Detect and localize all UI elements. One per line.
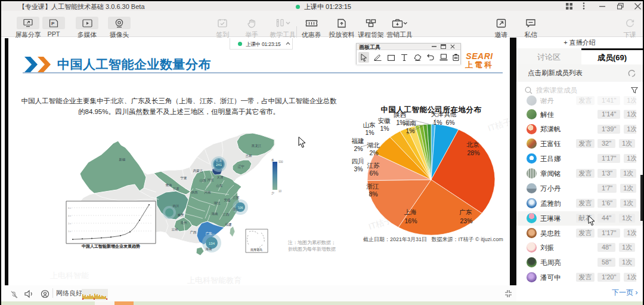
svg-text:湖南: 湖南 (404, 119, 417, 127)
svg-text:2万: 2万 (68, 223, 72, 225)
svg-text:新疆: 新疆 (119, 158, 126, 161)
svg-text:天津: 天津 (431, 110, 444, 118)
svg-text:23%: 23% (460, 217, 472, 224)
svg-text:贵州: 贵州 (181, 221, 188, 224)
svg-text:海南: 海南 (206, 247, 213, 251)
svg-text:4万: 4万 (68, 215, 72, 217)
svg-text:截止日期：2021年3月31日 数据来源：IT桔子 ©: 截止日期：2021年3月31日 数据来源：IT桔子 © itjuzi.com (363, 236, 503, 242)
svg-text:宁夏: 宁夏 (181, 176, 188, 180)
svg-text:吉林: 吉林 (246, 154, 253, 158)
svg-text:2%: 2% (369, 149, 378, 156)
svg-text:湖南: 湖南 (211, 212, 219, 215)
svg-text:3%: 3% (354, 165, 363, 172)
svg-text:8%: 8% (369, 190, 377, 198)
svg-text:山东: 山东 (363, 121, 376, 128)
svg-text:10: 10 (278, 190, 282, 193)
svg-text:福建: 福建 (352, 137, 364, 144)
svg-text:1万: 1万 (68, 230, 72, 233)
svg-text:16%: 16% (404, 217, 417, 224)
svg-text:1%: 1% (365, 129, 374, 136)
svg-text:134: 134 (209, 242, 215, 245)
svg-text:广西: 广西 (190, 230, 197, 235)
svg-text:南海诸岛: 南海诸岛 (250, 248, 262, 252)
svg-text:安徽: 安徽 (378, 117, 391, 124)
svg-text:1%: 1% (405, 127, 414, 134)
svg-text:湖北: 湖北 (367, 141, 380, 149)
svg-text:青海: 青海 (166, 183, 173, 187)
svg-text:1%: 1% (396, 119, 405, 126)
svg-text:6万: 6万 (68, 207, 72, 210)
svg-text:注：地图为累积数据；: 注：地图为累积数据； (287, 240, 336, 245)
svg-text:陕西: 陕西 (191, 190, 199, 195)
svg-text:辽宁: 辽宁 (238, 164, 245, 168)
svg-text:甘肃: 甘肃 (173, 187, 180, 190)
svg-text:内蒙古: 内蒙古 (193, 169, 203, 172)
svg-text:其他: 其他 (444, 110, 457, 118)
svg-text:河北: 河北 (208, 178, 215, 182)
svg-text:江苏: 江苏 (367, 162, 380, 169)
svg-text:北京: 北京 (466, 141, 480, 148)
svg-text:P: P (51, 21, 55, 26)
svg-text:6%: 6% (369, 170, 378, 177)
svg-text:上海: 上海 (404, 208, 417, 215)
svg-text:中国人工智能新增企业发展趋势: 中国人工智能新增企业发展趋势 (82, 244, 140, 249)
svg-text:6%: 6% (445, 119, 454, 126)
svg-text:黑龙江: 黑龙江 (252, 144, 262, 148)
svg-text:广东: 广东 (206, 232, 213, 235)
svg-text:2%: 2% (354, 145, 363, 152)
svg-text:四川: 四川 (173, 204, 179, 208)
svg-text:少: 少 (271, 191, 274, 195)
svg-text:陕西: 陕西 (394, 111, 407, 118)
svg-text:浙江: 浙江 (233, 207, 240, 211)
svg-text:浙江: 浙江 (367, 183, 380, 190)
svg-text:安徽: 安徽 (224, 198, 231, 202)
svg-text:云南: 云南 (172, 227, 179, 231)
svg-text:山西: 山西 (200, 178, 207, 183)
svg-text:330: 330 (278, 161, 283, 164)
svg-text:重庆: 重庆 (178, 213, 185, 217)
svg-text:折线图为每年新增数据: 折线图为每年新增数据 (288, 247, 336, 252)
svg-text:广东: 广东 (460, 208, 472, 215)
svg-text:湖北: 湖北 (213, 201, 221, 205)
svg-text:241: 241 (216, 163, 222, 167)
svg-text:福建: 福建 (225, 223, 233, 227)
svg-text:天津: 天津 (217, 175, 224, 180)
svg-text:28%: 28% (467, 149, 479, 156)
svg-text:1%: 1% (380, 125, 389, 132)
svg-text:四川: 四川 (352, 158, 364, 165)
svg-text:江苏: 江苏 (233, 196, 240, 200)
svg-text:山东: 山东 (216, 184, 224, 187)
svg-text:江西: 江西 (223, 212, 230, 217)
svg-text:北京: 北京 (215, 159, 223, 163)
svg-text:多: 多 (271, 158, 274, 162)
svg-text:1%: 1% (433, 119, 442, 126)
svg-text:河南: 河南 (205, 190, 212, 195)
